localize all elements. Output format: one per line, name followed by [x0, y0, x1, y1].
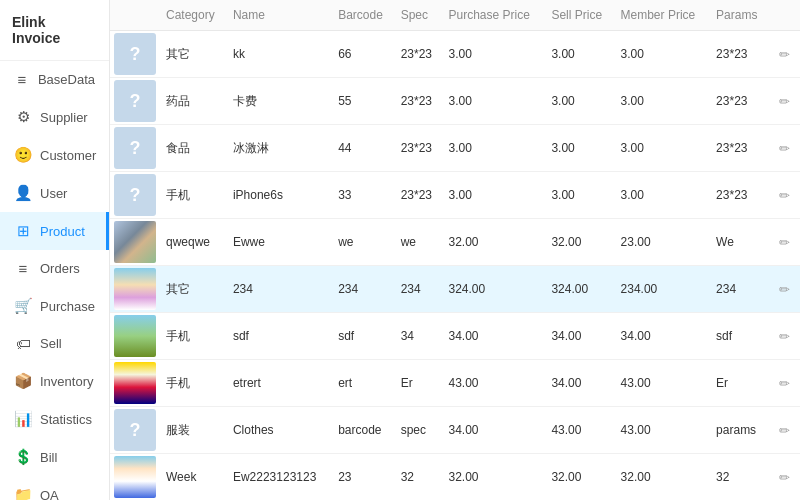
main-content: CategoryNameBarcodeSpecPurchase PriceSel…: [110, 0, 800, 500]
product-image: [114, 221, 156, 263]
edit-button[interactable]: ✏: [775, 327, 794, 346]
row-9-name: Ew2223123123: [227, 454, 332, 501]
row-8-barcode: barcode: [332, 407, 395, 454]
table-row: ?服装Clothesbarcodespec34.0043.0043.00para…: [110, 407, 800, 454]
edit-button[interactable]: ✏: [775, 92, 794, 111]
row-4-params: We: [710, 219, 769, 266]
sidebar-item-supplier[interactable]: ⚙ Supplier: [0, 98, 109, 136]
sidebar-item-inventory[interactable]: 📦 Inventory: [0, 362, 109, 400]
row-7-sellPrice: 34.00: [545, 360, 614, 407]
sidebar-label-oa: OA: [40, 488, 59, 501]
edit-button[interactable]: ✏: [775, 374, 794, 393]
edit-button[interactable]: ✏: [775, 186, 794, 205]
row-7-actions: ✏: [769, 360, 800, 407]
bill-icon: 💲: [14, 448, 32, 466]
row-1-category: 药品: [160, 78, 227, 125]
row-2-name: 冰激淋: [227, 125, 332, 172]
row-7-purchasePrice: 43.00: [442, 360, 545, 407]
row-2-memberPrice: 3.00: [615, 125, 711, 172]
row-1-name: 卡费: [227, 78, 332, 125]
sidebar-label-supplier: Supplier: [40, 110, 88, 125]
row-6-params: sdf: [710, 313, 769, 360]
row-8-params: params: [710, 407, 769, 454]
edit-button[interactable]: ✏: [775, 468, 794, 487]
row-8-purchasePrice: 34.00: [442, 407, 545, 454]
statistics-icon: 📊: [14, 410, 32, 428]
row-5-memberPrice: 234.00: [615, 266, 711, 313]
edit-button[interactable]: ✏: [775, 421, 794, 440]
row-9-sellPrice: 32.00: [545, 454, 614, 501]
row-1-params: 23*23: [710, 78, 769, 125]
row-4-category: qweqwe: [160, 219, 227, 266]
row-2-sellPrice: 3.00: [545, 125, 614, 172]
col-header-6: Sell Price: [545, 0, 614, 31]
orders-icon: ≡: [14, 260, 32, 277]
row-4-image: [110, 219, 160, 266]
customer-icon: 🙂: [14, 146, 32, 164]
row-0-barcode: 66: [332, 31, 395, 78]
sidebar: Elink Invoice ≡ BaseData ⚙ Supplier 🙂 Cu…: [0, 0, 110, 500]
row-9-actions: ✏: [769, 454, 800, 501]
row-0-params: 23*23: [710, 31, 769, 78]
sidebar-item-bill[interactable]: 💲 Bill: [0, 438, 109, 476]
col-header-8: Params: [710, 0, 769, 31]
question-icon: ?: [114, 127, 156, 169]
sidebar-item-oa[interactable]: 📁 OA: [0, 476, 109, 500]
table-row: ?其它kk6623*233.003.003.0023*23✏: [110, 31, 800, 78]
sidebar-label-statistics: Statistics: [40, 412, 92, 427]
row-6-category: 手机: [160, 313, 227, 360]
table-row: ?食品冰激淋4423*233.003.003.0023*23✏: [110, 125, 800, 172]
row-6-spec: 34: [395, 313, 443, 360]
edit-button[interactable]: ✏: [775, 45, 794, 64]
row-5-barcode: 234: [332, 266, 395, 313]
row-2-image: ?: [110, 125, 160, 172]
purchase-icon: 🛒: [14, 297, 32, 315]
row-0-category: 其它: [160, 31, 227, 78]
row-3-name: iPhone6s: [227, 172, 332, 219]
sidebar-item-product[interactable]: ⊞ Product: [0, 212, 109, 250]
row-3-actions: ✏: [769, 172, 800, 219]
row-0-image: ?: [110, 31, 160, 78]
row-3-spec: 23*23: [395, 172, 443, 219]
sidebar-item-user[interactable]: 👤 User: [0, 174, 109, 212]
row-3-sellPrice: 3.00: [545, 172, 614, 219]
sidebar-item-orders[interactable]: ≡ Orders: [0, 250, 109, 287]
row-3-memberPrice: 3.00: [615, 172, 711, 219]
row-4-sellPrice: 32.00: [545, 219, 614, 266]
sidebar-label-basedata: BaseData: [38, 72, 95, 87]
inventory-icon: 📦: [14, 372, 32, 390]
col-header-7: Member Price: [615, 0, 711, 31]
table-row: ?手机iPhone6s3323*233.003.003.0023*23✏: [110, 172, 800, 219]
question-icon: ?: [114, 174, 156, 216]
row-5-spec: 234: [395, 266, 443, 313]
edit-button[interactable]: ✏: [775, 233, 794, 252]
question-icon: ?: [114, 80, 156, 122]
row-3-category: 手机: [160, 172, 227, 219]
row-9-category: Week: [160, 454, 227, 501]
row-4-barcode: we: [332, 219, 395, 266]
edit-button[interactable]: ✏: [775, 280, 794, 299]
row-0-sellPrice: 3.00: [545, 31, 614, 78]
basedata-icon: ≡: [14, 71, 30, 88]
sidebar-item-basedata[interactable]: ≡ BaseData: [0, 61, 109, 98]
edit-button[interactable]: ✏: [775, 139, 794, 158]
row-5-purchasePrice: 324.00: [442, 266, 545, 313]
sidebar-label-purchase: Purchase: [40, 299, 95, 314]
row-0-spec: 23*23: [395, 31, 443, 78]
row-4-actions: ✏: [769, 219, 800, 266]
row-7-barcode: ert: [332, 360, 395, 407]
row-9-spec: 32: [395, 454, 443, 501]
col-header-4: Spec: [395, 0, 443, 31]
col-header-3: Barcode: [332, 0, 395, 31]
sidebar-item-customer[interactable]: 🙂 Customer: [0, 136, 109, 174]
row-2-purchasePrice: 3.00: [442, 125, 545, 172]
row-6-memberPrice: 34.00: [615, 313, 711, 360]
row-2-category: 食品: [160, 125, 227, 172]
row-4-name: Ewwe: [227, 219, 332, 266]
row-1-memberPrice: 3.00: [615, 78, 711, 125]
row-5-params: 234: [710, 266, 769, 313]
sidebar-item-statistics[interactable]: 📊 Statistics: [0, 400, 109, 438]
sidebar-item-sell[interactable]: 🏷 Sell: [0, 325, 109, 362]
row-1-purchasePrice: 3.00: [442, 78, 545, 125]
sidebar-item-purchase[interactable]: 🛒 Purchase: [0, 287, 109, 325]
